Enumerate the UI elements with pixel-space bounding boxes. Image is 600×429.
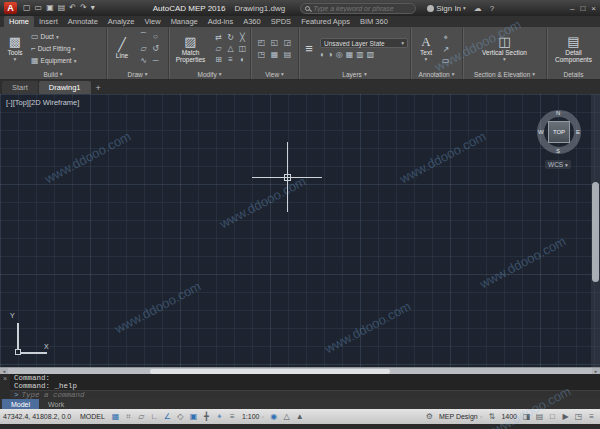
panel-label-modify[interactable]: Modify▾ [171,69,248,79]
tab-view[interactable]: View [140,16,166,27]
object-snap-icon[interactable]: ▣ [188,411,199,422]
annotation-scale-icon[interactable]: ▲ [294,411,305,422]
file-tab-start[interactable]: Start [2,81,38,94]
text-button[interactable]: A Text ▾ [413,35,439,63]
scroll-left-icon[interactable]: ◂ [0,368,8,374]
vertical-scrollbar-thumb[interactable] [592,182,599,282]
horizontal-scrollbar-thumb[interactable] [150,369,390,374]
wcs-menu[interactable]: WCS ▾ [545,160,571,169]
panel-label-view[interactable]: View▾ [253,69,296,79]
command-close-icon[interactable]: × [0,374,10,399]
search-box[interactable] [300,3,416,14]
workspace-switcher[interactable]: MEP Design ▾ [439,413,483,420]
viewcube-north[interactable]: N [556,110,560,116]
vertical-scrollbar[interactable] [591,94,600,367]
layer-walk-icon[interactable]: ▧ [367,50,375,59]
view-front-icon[interactable]: ◱ [269,37,281,48]
panel-label-annotation[interactable]: Annotation▾ [413,69,460,79]
viewcube-east[interactable]: E [576,129,580,135]
arc-icon[interactable]: ⌒ [138,31,149,42]
tab-annotate[interactable]: Annotate [63,16,103,27]
grid-toggle-icon[interactable]: ▦ [110,411,121,422]
graphics-performance-icon[interactable]: ▶ [560,411,571,422]
help-icon[interactable]: ? [490,4,494,13]
tab-addins[interactable]: Add-ins [203,16,238,27]
layer-properties-button[interactable]: ≡ [301,42,317,56]
dynamic-input-icon[interactable]: ⌖ [214,411,225,422]
annotation-visibility-icon[interactable]: ◉ [268,411,279,422]
viewport-controls[interactable]: [-][Top][2D Wireframe] [6,98,79,107]
sign-in-button[interactable]: Sign In ▾ [427,4,466,13]
object-snap-tracking-icon[interactable]: ╋ [201,411,212,422]
horizontal-scrollbar[interactable]: ◂ ▸ [0,367,600,374]
tab-a360[interactable]: A360 [238,16,266,27]
polyline-icon[interactable]: ─ [150,55,161,66]
tab-work[interactable]: Work [39,399,73,409]
lock-ui-icon[interactable]: ▤ [534,411,545,422]
panel-label-details[interactable]: Details [549,69,598,79]
viewcube[interactable]: N S W E TOP [537,110,581,154]
table-icon[interactable]: ▭ [442,56,450,65]
viewcube-top-face[interactable]: TOP [548,121,570,143]
autoscale-icon[interactable]: △ [281,411,292,422]
qat-dropdown-icon[interactable]: ▾ [91,2,95,14]
view-style-icon[interactable]: ▤ [282,49,294,60]
close-button[interactable]: × [591,4,596,13]
view-top-icon[interactable]: ◰ [256,37,268,48]
duct-button[interactable]: ▭ Duct ▾ [31,31,76,42]
cut-plane-icon[interactable]: ⇅ [486,411,497,422]
tab-model[interactable]: Model [2,399,39,409]
spline-icon[interactable]: ∿ [138,55,149,66]
panel-label-build[interactable]: Build▾ [2,69,104,79]
maximize-button[interactable]: □ [580,4,585,13]
viewcube-west[interactable]: W [538,129,544,135]
model-space-label[interactable]: MODEL [80,413,105,420]
vertical-section-button[interactable]: ◫ Vertical Section ▾ [482,35,527,63]
line-button[interactable]: ╱ Line [109,38,135,59]
polygon-icon[interactable]: ▱ [138,43,149,54]
isolate-objects-icon[interactable]: □ [547,411,558,422]
polar-tracking-icon[interactable]: ∠ [162,411,173,422]
view-left-icon[interactable]: ◲ [282,37,294,48]
tab-bim360[interactable]: BIM 360 [355,16,393,27]
minimize-button[interactable]: – [570,4,574,13]
a360-cloud-icon[interactable]: ☁ [474,4,482,13]
tab-spds[interactable]: SPDS [266,16,296,27]
cut-plane-value[interactable]: 1400 [501,413,517,420]
command-input-row[interactable]: > [10,390,600,399]
layer-match-icon[interactable]: ▥ [356,50,364,59]
offset-icon[interactable]: ◐ [237,55,248,65]
panel-label-layers[interactable]: Layers▾ [301,69,408,79]
search-input[interactable] [313,5,411,12]
open-icon[interactable]: ▭ [35,2,43,14]
panel-label-section-elevation[interactable]: Section & Elevation▾ [465,69,544,79]
snap-toggle-icon[interactable]: ⌗ [123,411,134,422]
trim-icon[interactable]: ╳ [237,33,248,43]
fillet-icon[interactable]: △ [225,44,236,54]
layer-state-dropdown[interactable]: Unsaved Layer State ▾ [320,38,408,48]
command-window[interactable]: × Command: Command: _help > [0,374,600,399]
scroll-right-icon[interactable]: ▸ [592,368,600,374]
file-tab-drawing1[interactable]: Drawing1 [39,81,91,94]
command-input[interactable] [22,391,242,399]
customize-icon[interactable]: ≡ [586,411,597,422]
dimension-icon[interactable]: ⌖ [442,33,450,43]
erase-icon[interactable]: ≡ [225,55,236,65]
mirror-icon[interactable]: ▱ [213,44,224,54]
panel-label-draw[interactable]: Draw▾ [109,69,166,79]
workspace-gear-icon[interactable]: ⚙ [424,411,435,422]
tools-button[interactable]: ▩ Tools ▾ [2,35,28,63]
ortho-toggle-icon[interactable]: ∟ [149,411,160,422]
isometric-drafting-icon[interactable]: ◇ [175,411,186,422]
lineweight-icon[interactable]: ≡ [227,411,238,422]
tab-analyze[interactable]: Analyze [103,16,140,27]
tab-insert[interactable]: Insert [34,16,63,27]
equipment-button[interactable]: ▦ Equipment ▾ [31,55,76,66]
app-menu-button[interactable]: A [4,2,17,14]
save-icon[interactable]: ▣ [46,2,54,14]
view-right-icon[interactable]: ◳ [256,49,268,60]
layer-isolate-icon[interactable]: ▦ [346,50,354,59]
drawing-viewport[interactable]: [-][Top][2D Wireframe] N S W E TOP WCS ▾… [0,94,600,367]
tab-featured-apps[interactable]: Featured Apps [296,16,355,27]
rotate-icon[interactable]: ↻ [225,33,236,43]
